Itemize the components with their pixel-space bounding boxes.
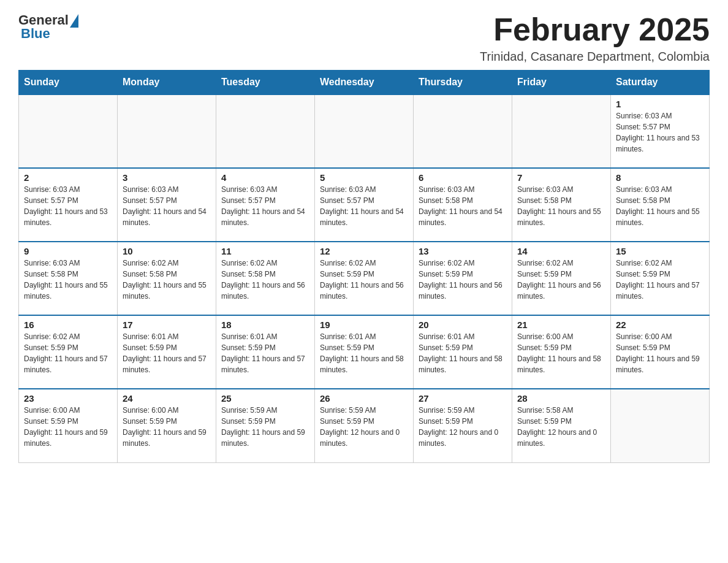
day-info: Sunrise: 6:01 AMSunset: 5:59 PMDaylight:… bbox=[419, 331, 507, 375]
day-info: Sunrise: 6:02 AMSunset: 5:59 PMDaylight:… bbox=[517, 258, 605, 302]
calendar-cell: 4Sunrise: 6:03 AMSunset: 5:57 PMDaylight… bbox=[216, 168, 315, 242]
day-number: 14 bbox=[517, 246, 605, 256]
day-info: Sunrise: 6:01 AMSunset: 5:59 PMDaylight:… bbox=[123, 331, 211, 375]
calendar-cell bbox=[19, 94, 118, 168]
day-number: 28 bbox=[517, 393, 605, 404]
day-number: 5 bbox=[320, 172, 408, 183]
calendar-cell: 26Sunrise: 5:59 AMSunset: 5:59 PMDayligh… bbox=[315, 389, 414, 462]
day-number: 1 bbox=[616, 99, 704, 109]
calendar-cell: 15Sunrise: 6:02 AMSunset: 5:59 PMDayligh… bbox=[611, 242, 710, 315]
day-info: Sunrise: 6:02 AMSunset: 5:59 PMDaylight:… bbox=[616, 258, 704, 302]
day-number: 21 bbox=[517, 320, 605, 330]
calendar-cell: 16Sunrise: 6:02 AMSunset: 5:59 PMDayligh… bbox=[19, 315, 118, 389]
day-info: Sunrise: 6:00 AMSunset: 5:59 PMDaylight:… bbox=[616, 331, 704, 375]
day-number: 24 bbox=[123, 393, 211, 404]
day-info: Sunrise: 6:02 AMSunset: 5:59 PMDaylight:… bbox=[24, 331, 112, 375]
calendar-cell: 27Sunrise: 5:59 AMSunset: 5:59 PMDayligh… bbox=[414, 389, 512, 462]
day-info: Sunrise: 6:03 AMSunset: 5:58 PMDaylight:… bbox=[24, 258, 112, 302]
day-info: Sunrise: 5:59 AMSunset: 5:59 PMDaylight:… bbox=[419, 405, 507, 449]
title-section: February 2025 Trinidad, Casanare Departm… bbox=[480, 12, 710, 64]
day-number: 15 bbox=[616, 246, 704, 256]
day-info: Sunrise: 6:02 AMSunset: 5:59 PMDaylight:… bbox=[419, 258, 507, 302]
day-number: 13 bbox=[419, 246, 507, 256]
day-of-week-saturday: Saturday bbox=[611, 71, 710, 95]
day-of-week-wednesday: Wednesday bbox=[315, 71, 414, 95]
day-info: Sunrise: 6:03 AMSunset: 5:57 PMDaylight:… bbox=[616, 110, 704, 155]
day-number: 22 bbox=[616, 320, 704, 330]
calendar-cell: 17Sunrise: 6:01 AMSunset: 5:59 PMDayligh… bbox=[118, 315, 216, 389]
calendar-cell bbox=[315, 94, 414, 168]
calendar-cell: 2Sunrise: 6:03 AMSunset: 5:57 PMDaylight… bbox=[19, 168, 118, 242]
day-number: 11 bbox=[221, 246, 309, 256]
day-of-week-thursday: Thursday bbox=[414, 71, 512, 95]
calendar-week-4: 16Sunrise: 6:02 AMSunset: 5:59 PMDayligh… bbox=[19, 315, 710, 389]
day-number: 19 bbox=[320, 320, 408, 330]
logo-triangle-icon bbox=[70, 14, 78, 28]
day-number: 16 bbox=[24, 320, 112, 330]
calendar-cell: 14Sunrise: 6:02 AMSunset: 5:59 PMDayligh… bbox=[512, 242, 611, 315]
calendar-week-5: 23Sunrise: 6:00 AMSunset: 5:59 PMDayligh… bbox=[19, 389, 710, 462]
day-number: 3 bbox=[123, 172, 211, 183]
day-info: Sunrise: 5:59 AMSunset: 5:59 PMDaylight:… bbox=[221, 405, 309, 449]
day-info: Sunrise: 6:03 AMSunset: 5:58 PMDaylight:… bbox=[517, 184, 605, 228]
calendar-cell: 9Sunrise: 6:03 AMSunset: 5:58 PMDaylight… bbox=[19, 242, 118, 315]
calendar-cell: 5Sunrise: 6:03 AMSunset: 5:57 PMDaylight… bbox=[315, 168, 414, 242]
day-info: Sunrise: 6:00 AMSunset: 5:59 PMDaylight:… bbox=[517, 331, 605, 375]
days-of-week-row: SundayMondayTuesdayWednesdayThursdayFrid… bbox=[19, 71, 710, 95]
calendar-cell: 10Sunrise: 6:02 AMSunset: 5:58 PMDayligh… bbox=[118, 242, 216, 315]
day-of-week-sunday: Sunday bbox=[19, 71, 118, 95]
day-number: 27 bbox=[419, 393, 507, 404]
calendar-cell: 23Sunrise: 6:00 AMSunset: 5:59 PMDayligh… bbox=[19, 389, 118, 462]
day-info: Sunrise: 6:03 AMSunset: 5:58 PMDaylight:… bbox=[419, 184, 507, 228]
day-info: Sunrise: 6:01 AMSunset: 5:59 PMDaylight:… bbox=[221, 331, 309, 375]
day-number: 25 bbox=[221, 393, 309, 404]
day-info: Sunrise: 6:03 AMSunset: 5:57 PMDaylight:… bbox=[24, 184, 112, 228]
calendar-body: 1Sunrise: 6:03 AMSunset: 5:57 PMDaylight… bbox=[19, 94, 710, 462]
calendar-cell: 3Sunrise: 6:03 AMSunset: 5:57 PMDaylight… bbox=[118, 168, 216, 242]
day-number: 9 bbox=[24, 246, 112, 256]
day-info: Sunrise: 6:02 AMSunset: 5:58 PMDaylight:… bbox=[123, 258, 211, 302]
calendar-cell: 18Sunrise: 6:01 AMSunset: 5:59 PMDayligh… bbox=[216, 315, 315, 389]
day-of-week-friday: Friday bbox=[512, 71, 611, 95]
calendar-cell: 8Sunrise: 6:03 AMSunset: 5:58 PMDaylight… bbox=[611, 168, 710, 242]
day-number: 6 bbox=[419, 172, 507, 183]
calendar-cell: 1Sunrise: 6:03 AMSunset: 5:57 PMDaylight… bbox=[611, 94, 710, 168]
day-number: 2 bbox=[24, 172, 112, 183]
calendar-header: SundayMondayTuesdayWednesdayThursdayFrid… bbox=[19, 71, 710, 95]
day-number: 18 bbox=[221, 320, 309, 330]
day-info: Sunrise: 6:02 AMSunset: 5:58 PMDaylight:… bbox=[221, 258, 309, 302]
day-number: 8 bbox=[616, 172, 704, 183]
day-of-week-monday: Monday bbox=[118, 71, 216, 95]
day-info: Sunrise: 6:03 AMSunset: 5:57 PMDaylight:… bbox=[320, 184, 408, 228]
day-number: 17 bbox=[123, 320, 211, 330]
calendar-cell: 6Sunrise: 6:03 AMSunset: 5:58 PMDaylight… bbox=[414, 168, 512, 242]
day-number: 4 bbox=[221, 172, 309, 183]
calendar-cell: 11Sunrise: 6:02 AMSunset: 5:58 PMDayligh… bbox=[216, 242, 315, 315]
day-number: 12 bbox=[320, 246, 408, 256]
day-info: Sunrise: 5:59 AMSunset: 5:59 PMDaylight:… bbox=[320, 405, 408, 449]
calendar-cell bbox=[118, 94, 216, 168]
calendar-week-3: 9Sunrise: 6:03 AMSunset: 5:58 PMDaylight… bbox=[19, 242, 710, 315]
day-number: 23 bbox=[24, 393, 112, 404]
day-number: 10 bbox=[123, 246, 211, 256]
calendar-cell: 22Sunrise: 6:00 AMSunset: 5:59 PMDayligh… bbox=[611, 315, 710, 389]
calendar-cell bbox=[512, 94, 611, 168]
day-info: Sunrise: 6:03 AMSunset: 5:58 PMDaylight:… bbox=[616, 184, 704, 228]
day-info: Sunrise: 6:02 AMSunset: 5:59 PMDaylight:… bbox=[320, 258, 408, 302]
calendar-cell: 12Sunrise: 6:02 AMSunset: 5:59 PMDayligh… bbox=[315, 242, 414, 315]
month-title: February 2025 bbox=[480, 12, 710, 47]
day-info: Sunrise: 6:03 AMSunset: 5:57 PMDaylight:… bbox=[123, 184, 211, 228]
calendar-table: SundayMondayTuesdayWednesdayThursdayFrid… bbox=[18, 70, 710, 463]
calendar-cell: 19Sunrise: 6:01 AMSunset: 5:59 PMDayligh… bbox=[315, 315, 414, 389]
calendar-cell: 21Sunrise: 6:00 AMSunset: 5:59 PMDayligh… bbox=[512, 315, 611, 389]
day-number: 20 bbox=[419, 320, 507, 330]
calendar-week-1: 1Sunrise: 6:03 AMSunset: 5:57 PMDaylight… bbox=[19, 94, 710, 168]
day-info: Sunrise: 6:03 AMSunset: 5:57 PMDaylight:… bbox=[221, 184, 309, 228]
day-info: Sunrise: 5:58 AMSunset: 5:59 PMDaylight:… bbox=[517, 405, 605, 449]
day-number: 7 bbox=[517, 172, 605, 183]
calendar-cell: 20Sunrise: 6:01 AMSunset: 5:59 PMDayligh… bbox=[414, 315, 512, 389]
calendar-cell: 24Sunrise: 6:00 AMSunset: 5:59 PMDayligh… bbox=[118, 389, 216, 462]
logo: General Blue bbox=[18, 12, 78, 42]
day-info: Sunrise: 6:00 AMSunset: 5:59 PMDaylight:… bbox=[123, 405, 211, 449]
calendar-cell bbox=[611, 389, 710, 462]
